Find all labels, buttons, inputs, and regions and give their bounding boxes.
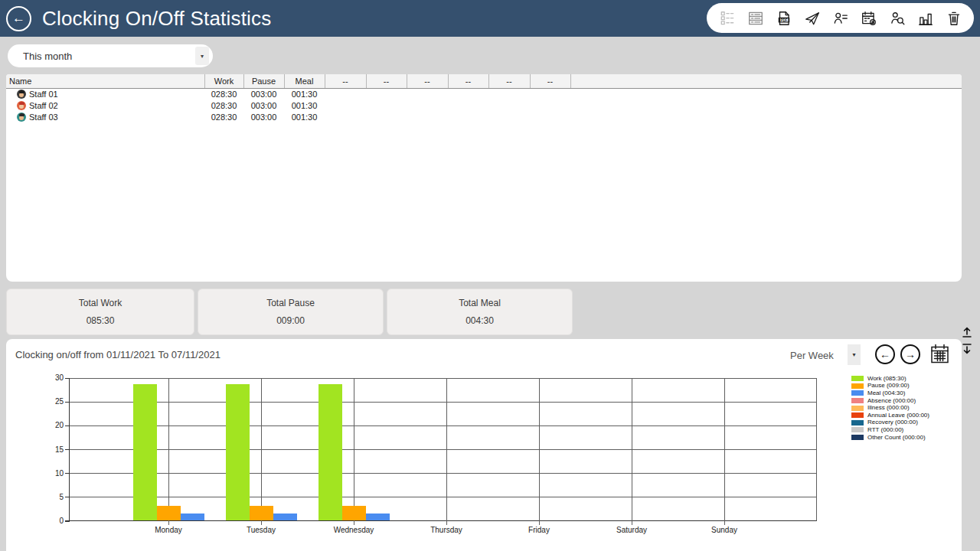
x-axis-label: Thursday xyxy=(412,526,481,534)
bar-work-tuesday xyxy=(226,384,250,520)
splitter-controls xyxy=(959,327,975,356)
bar-work-monday xyxy=(133,384,157,520)
legend-swatch xyxy=(851,390,864,396)
y-axis-label: 5 xyxy=(41,494,64,501)
table-cell xyxy=(407,111,448,122)
chevron-down-icon: ▾ xyxy=(852,351,855,358)
collapse-up-icon[interactable] xyxy=(959,327,975,341)
legend-item: Recovery (000:00) xyxy=(851,419,929,427)
previous-period-button[interactable]: ← xyxy=(875,344,895,364)
column-header[interactable]: Name xyxy=(6,74,204,88)
chart-title: Clocking on/off from 01/11/2021 To 07/11… xyxy=(15,349,220,360)
table-cell xyxy=(325,99,366,111)
legend-item: Pause (009:00) xyxy=(851,383,929,390)
delete-icon[interactable] xyxy=(945,9,962,27)
total-meal-label: Total Meal xyxy=(387,298,572,308)
table-cell xyxy=(488,99,530,111)
schedule-settings-icon[interactable] xyxy=(860,9,877,27)
chart-calendar-icon[interactable] xyxy=(929,343,950,365)
bar-pause-monday xyxy=(157,506,181,520)
y-axis-label: 25 xyxy=(41,398,64,406)
x-axis-label: Saturday xyxy=(597,526,666,534)
legend-swatch xyxy=(851,376,864,381)
staff-name: Staff 03 xyxy=(29,112,58,122)
column-header[interactable]: -- xyxy=(488,74,530,88)
chart-period-select[interactable]: ▾ xyxy=(848,344,861,365)
x-axis-label: Sunday xyxy=(690,526,759,534)
table-cell xyxy=(407,88,448,99)
table-cell: 028:30 xyxy=(204,88,243,99)
svg-text:PDF: PDF xyxy=(780,18,787,21)
staff-table-panel: NameWorkPauseMeal------------ Staff 0102… xyxy=(6,74,962,282)
bar-chart-plot: 051015202530MondayTuesdayWednesdayThursd… xyxy=(69,378,817,521)
legend-swatch xyxy=(851,383,864,389)
expand-down-icon[interactable] xyxy=(959,342,975,356)
page-title: Clocking On/Off Statistics xyxy=(42,7,272,31)
chevron-down-icon: ▾ xyxy=(195,47,209,65)
legend-label: RTT (000:00) xyxy=(867,427,903,433)
table-row[interactable]: Staff 02028:30003:00001:30 xyxy=(6,99,962,111)
x-axis-label: Monday xyxy=(134,526,203,534)
bar-meal-monday xyxy=(181,514,204,520)
total-work-card: Total Work 085:30 xyxy=(6,289,194,335)
table-cell xyxy=(325,88,366,99)
column-header[interactable]: -- xyxy=(530,74,570,88)
legend-label: Meal (004:30) xyxy=(867,390,905,396)
table-cell xyxy=(448,99,488,111)
table-header-row: NameWorkPauseMeal------------ xyxy=(6,74,962,88)
back-button[interactable]: ← xyxy=(6,6,31,31)
table-row[interactable]: Staff 01028:30003:00001:30 xyxy=(6,88,962,99)
table-row[interactable]: Staff 03028:30003:00001:30 xyxy=(6,111,962,122)
legend-label: Absence (000:00) xyxy=(867,398,916,404)
table-cell xyxy=(366,111,407,122)
chart-panel: Clocking on/off from 01/11/2021 To 07/11… xyxy=(6,339,962,551)
column-header[interactable]: Pause xyxy=(243,74,284,88)
arrow-left-icon: ← xyxy=(880,348,890,360)
toolbar: PDF xyxy=(707,3,974,33)
table-cell: 028:30 xyxy=(204,99,243,111)
table-cell xyxy=(407,99,448,111)
y-axis-label: 0 xyxy=(41,517,64,525)
back-arrow-icon: ← xyxy=(12,11,25,24)
column-header[interactable]: -- xyxy=(407,74,448,88)
column-header[interactable]: -- xyxy=(325,74,366,88)
y-axis-label: 20 xyxy=(41,422,64,429)
legend-label: Recovery (000:00) xyxy=(867,419,918,425)
table-cell: 028:30 xyxy=(204,111,243,122)
column-header[interactable]: -- xyxy=(366,74,407,88)
next-period-button[interactable]: → xyxy=(900,344,920,364)
table-cell: 001:30 xyxy=(284,99,325,111)
legend-swatch xyxy=(851,427,864,432)
chart-period-select-value: Per Week xyxy=(790,350,834,361)
period-select[interactable]: This month ▾ xyxy=(8,44,213,67)
summary-table-icon[interactable] xyxy=(746,9,764,27)
period-select-value: This month xyxy=(23,51,72,62)
table-cell: 001:30 xyxy=(284,111,325,122)
send-report-icon[interactable] xyxy=(803,9,821,27)
detailed-list-icon[interactable] xyxy=(718,9,736,27)
y-axis-label: 10 xyxy=(41,470,64,478)
legend-swatch xyxy=(851,412,864,418)
statistics-chart-icon[interactable] xyxy=(916,9,934,27)
legend-label: Work (085:30) xyxy=(867,376,906,382)
title-bar: ← Clocking On/Off Statistics PDF xyxy=(0,0,980,37)
column-header[interactable]: Meal xyxy=(284,74,325,88)
staff-list-icon[interactable] xyxy=(831,9,849,27)
arrow-right-icon: → xyxy=(905,348,916,360)
avatar xyxy=(17,101,26,110)
table-cell: 003:00 xyxy=(243,99,284,111)
column-header[interactable]: Work xyxy=(204,74,243,88)
chart-legend: Work (085:30)Pause (009:00)Meal (004:30)… xyxy=(851,375,929,441)
legend-item: Illness (000:00) xyxy=(851,404,929,412)
legend-label: Other Count (000:00) xyxy=(867,435,926,441)
bar-pause-tuesday xyxy=(250,506,273,520)
legend-swatch xyxy=(851,420,864,425)
bar-meal-wednesday xyxy=(366,514,390,520)
table-cell xyxy=(530,111,570,122)
bar-pause-wednesday xyxy=(342,506,366,520)
x-axis-label: Tuesday xyxy=(227,526,296,534)
column-header[interactable]: -- xyxy=(448,74,488,88)
pdf-export-icon[interactable]: PDF xyxy=(775,9,792,27)
staff-search-icon[interactable] xyxy=(888,9,906,27)
total-pause-label: Total Pause xyxy=(198,298,383,308)
